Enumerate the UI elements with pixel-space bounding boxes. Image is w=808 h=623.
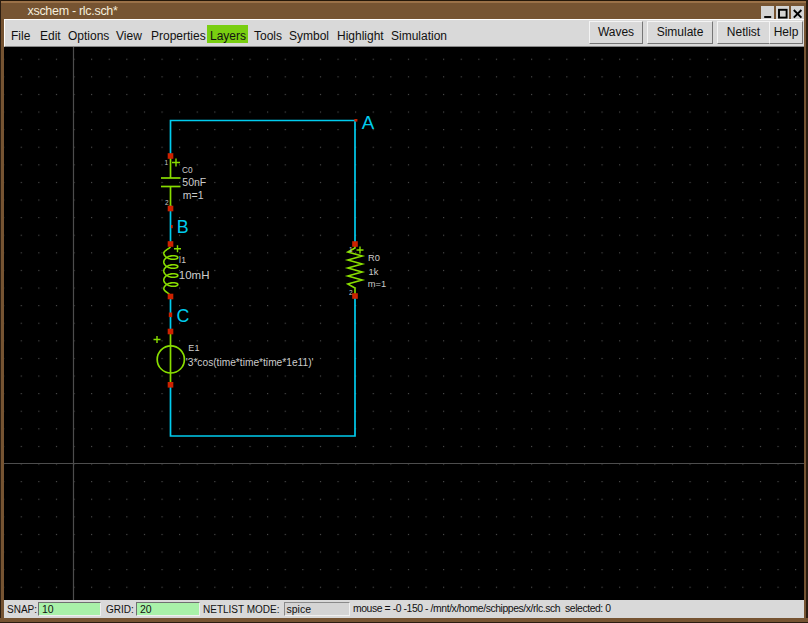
svg-text:E1: E1 [188, 343, 199, 353]
svg-text:m=1: m=1 [368, 279, 386, 289]
svg-text:l1: l1 [179, 255, 186, 265]
svg-text:C: C [177, 306, 190, 326]
svg-text:'3*cos(time*time*time*1e11)': '3*cos(time*time*time*1e11)' [186, 357, 314, 368]
svg-text:A: A [362, 112, 375, 133]
svg-text:2: 2 [165, 199, 169, 206]
svg-text:10mH: 10mH [179, 269, 210, 281]
svg-text:2: 2 [349, 289, 353, 296]
svg-text:1k: 1k [369, 267, 379, 277]
svg-text:R0: R0 [368, 253, 380, 263]
svg-text:B: B [177, 217, 189, 237]
svg-text:1: 1 [165, 159, 169, 166]
svg-text:50nF: 50nF [182, 176, 206, 188]
svg-text:m=1: m=1 [183, 189, 204, 201]
svg-text:C0: C0 [182, 165, 193, 175]
svg-text:1: 1 [349, 246, 353, 253]
